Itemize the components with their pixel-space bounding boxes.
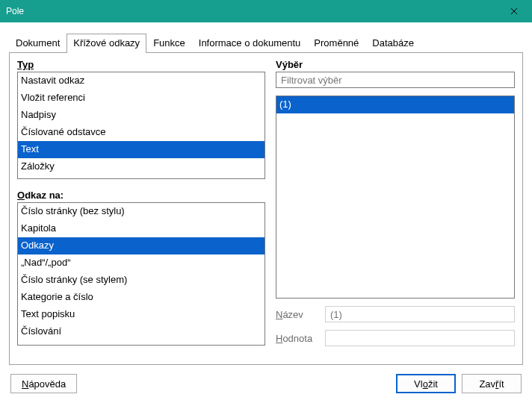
list-item[interactable]: Kategorie a číslo: [18, 289, 265, 306]
tab-panel: Typ Nastavit odkaz Vložit referenci Nadp…: [9, 53, 523, 365]
list-item[interactable]: Kapitola: [18, 220, 265, 237]
tab-funkce[interactable]: Funkce: [146, 34, 192, 53]
tab-informace[interactable]: Informace o dokumentu: [192, 34, 308, 53]
tabstrip: Dokument Křížové odkazy Funkce Informace…: [9, 33, 523, 52]
list-item[interactable]: Odkazy: [18, 237, 265, 254]
selection-listbox[interactable]: (1): [276, 96, 515, 299]
tab-databaze[interactable]: Databáze: [365, 34, 421, 53]
tab-promenne[interactable]: Proměnné: [307, 34, 365, 53]
tab-dokument[interactable]: Dokument: [9, 34, 66, 53]
list-item[interactable]: „Nad“/„pod“: [18, 254, 265, 272]
filter-input[interactable]: [276, 72, 515, 88]
close-icon[interactable]: [498, 0, 531, 22]
list-item[interactable]: Nadpisy: [18, 107, 265, 124]
list-item[interactable]: Číslo stránky (se stylem): [18, 272, 265, 289]
value-label: Hodnota: [276, 333, 319, 344]
tab-krizove-odkazy[interactable]: Křížové odkazy: [66, 34, 146, 53]
refer-to-listbox[interactable]: Číslo stránky (bez stylu) Kapitola Odkaz…: [17, 202, 265, 346]
refer-to-label: Odkaz na:: [17, 190, 265, 201]
list-item[interactable]: Záložky: [18, 158, 265, 175]
list-item[interactable]: Číslo stránky (bez stylu): [18, 203, 265, 220]
name-label: Název: [276, 309, 319, 320]
list-item[interactable]: Číslování: [18, 323, 265, 340]
list-item[interactable]: Nastavit odkaz: [18, 72, 265, 90]
type-label: Typ: [17, 59, 265, 70]
dialog-footer: Nápověda Vložit Zavřít: [9, 365, 523, 393]
list-item[interactable]: (1): [276, 96, 514, 113]
help-button[interactable]: Nápověda: [10, 374, 77, 393]
insert-button[interactable]: Vložit: [396, 374, 456, 393]
list-item[interactable]: Vložit referenci: [18, 90, 265, 107]
window-title: Pole: [6, 6, 498, 16]
titlebar: Pole: [0, 0, 532, 22]
value-input[interactable]: [325, 330, 515, 346]
list-item[interactable]: Číslované odstavce: [18, 124, 265, 141]
list-item[interactable]: Text: [18, 141, 265, 158]
name-value: (1): [325, 306, 515, 322]
close-button[interactable]: Zavřít: [462, 374, 522, 393]
type-listbox[interactable]: Nastavit odkaz Vložit referenci Nadpisy …: [17, 72, 265, 179]
list-item[interactable]: Text popisku: [18, 306, 265, 323]
selection-label: Výběr: [276, 59, 515, 70]
